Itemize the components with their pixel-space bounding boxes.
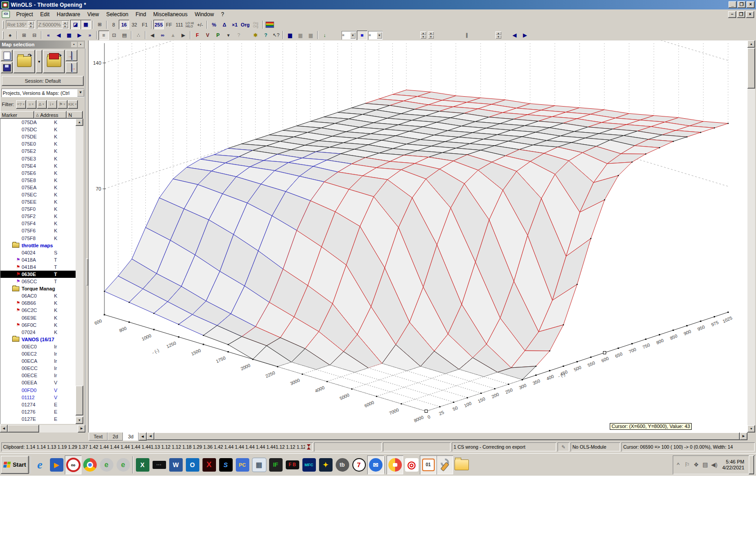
map-row[interactable]: ⚑0418AT <box>0 256 76 263</box>
tab-3d[interactable]: 3d <box>123 433 138 441</box>
taskbar-icon-chrome[interactable] <box>81 455 98 474</box>
tray-network-icon[interactable]: ▤ <box>701 461 710 468</box>
map-row[interactable]: 075F6K <box>0 227 76 234</box>
taskbar-icon-media-player[interactable]: ▶ <box>48 455 65 474</box>
scroll-thumb[interactable] <box>747 48 755 89</box>
close-button[interactable]: × <box>747 1 755 8</box>
map-row[interactable]: 075DEK <box>0 133 76 140</box>
scroll-down-icon[interactable]: ▼ <box>747 425 755 433</box>
import-file-button[interactable]: ↷ <box>43 50 65 73</box>
column-header-marker[interactable]: Marker <box>0 111 34 119</box>
menu-?[interactable]: ? <box>217 10 228 19</box>
map-row[interactable]: 075E6K <box>0 169 76 177</box>
new-window-button[interactable]: ⊞ <box>19 31 29 40</box>
map-row[interactable]: 075DCK <box>0 126 76 133</box>
map-row[interactable]: 00ECEIr <box>0 372 76 379</box>
scroll-thumb[interactable] <box>76 386 83 415</box>
lohi-button[interactable]: LO HI HILO <box>184 20 195 29</box>
value-ff-button[interactable]: FF <box>164 20 174 29</box>
column-header-address[interactable]: △ Address <box>34 111 67 119</box>
list-horizontal-scrollbar[interactable]: ◀ ▶ <box>0 425 86 433</box>
scroll-thumb[interactable] <box>154 433 740 440</box>
family-button[interactable]: F <box>192 31 202 40</box>
taskbar-icon-eprom-chip[interactable]: ▪▪▪ <box>151 455 167 474</box>
map-row[interactable]: ⚑06B66K <box>0 299 76 307</box>
taskbar-icon-excel[interactable]: X <box>134 455 151 474</box>
panel-splitter[interactable] <box>86 40 89 433</box>
map-row[interactable]: 075DAK <box>0 119 76 126</box>
taskbar-icon-explorer[interactable] <box>453 455 470 474</box>
width-32-button[interactable]: 32 <box>129 20 140 29</box>
taskbar-icon-ie[interactable]: e <box>32 455 48 474</box>
help-button[interactable]: ? <box>261 31 271 40</box>
tab-text[interactable]: Text <box>89 433 108 441</box>
rotation-stepper[interactable]: ▲▼ <box>28 21 34 28</box>
upload-button[interactable]: ▲ <box>168 31 178 40</box>
axis-display-combo[interactable]: ≡▼ <box>342 31 356 40</box>
row-height-spin[interactable]: ▲▼ <box>420 31 426 39</box>
map-row[interactable]: 00ECCIr <box>0 365 76 372</box>
grid-button[interactable]: ⊞ <box>94 20 105 29</box>
taskbar-clock[interactable]: 5:46 PM 4/22/2021 <box>719 459 748 471</box>
open-project-button[interactable]: ↷ <box>14 50 35 73</box>
scroll-left-icon[interactable]: ◀ <box>0 425 8 433</box>
width-8-button[interactable]: 8 <box>108 20 119 29</box>
value-step-spin[interactable]: ▲▼ <box>495 31 501 39</box>
map-row[interactable]: 01280E <box>0 423 76 424</box>
taskbar-icon-thunderbird[interactable]: ✉ <box>367 455 384 474</box>
chart-vertical-scrollbar[interactable]: ▲ ▼ <box>747 40 755 433</box>
wizard-button[interactable]: ♠ <box>5 31 15 40</box>
panel-close-button[interactable]: ▪ <box>78 42 84 47</box>
menu-miscellaneous[interactable]: Miscellaneous <box>150 10 191 19</box>
scroll-thumb[interactable] <box>8 425 39 433</box>
col-width-spin[interactable]: ▲▼ <box>428 31 434 39</box>
taskbar-icon-pc-app[interactable]: PC <box>234 455 251 474</box>
mdi-minimize-button[interactable]: – <box>728 11 736 18</box>
zoom-selection-button[interactable]: ⊡ <box>109 31 119 40</box>
tab-scroll-left-button[interactable]: ◀ <box>139 433 147 441</box>
help-disabled-button[interactable]: ? <box>234 31 244 40</box>
insert-map-button[interactable]: ✱ <box>250 31 261 40</box>
import-map-button[interactable]: → <box>66 50 77 61</box>
search-binoculars-button[interactable]: ∞ <box>158 31 168 40</box>
page-prev-button[interactable]: ◀ <box>509 31 520 40</box>
column-header-n[interactable]: N <box>67 111 83 119</box>
filter-list-button[interactable]: ≡▼ <box>27 100 36 109</box>
series-display-combo[interactable]: ≡▼ <box>368 31 382 40</box>
map-row[interactable]: 00EEAV <box>0 379 76 386</box>
view-3d-button[interactable]: ◪ <box>70 20 81 29</box>
percent-button[interactable]: % <box>209 20 219 29</box>
list-vertical-scrollbar[interactable]: ▲ ▼ <box>76 119 83 424</box>
map-row[interactable]: ⚑06C2CK <box>0 307 76 314</box>
value-111-button[interactable]: 111 <box>174 20 184 29</box>
project-button[interactable]: P <box>213 31 223 40</box>
show-desktop-button[interactable] <box>749 455 754 474</box>
tray-chevron-icon[interactable]: ^ <box>674 461 683 468</box>
map-row[interactable]: 075F8K <box>0 235 76 242</box>
zoom-stepper[interactable]: ▲▼ <box>62 21 68 28</box>
diff-next-button[interactable]: ▶ <box>178 31 189 40</box>
family-drop-button[interactable]: ▾ <box>223 31 234 40</box>
tile-window-button[interactable]: ⊟ <box>29 31 40 40</box>
toolbar-grip[interactable] <box>2 21 4 29</box>
export-map-button[interactable]: ↓ <box>320 31 330 40</box>
splitter-grip[interactable] <box>86 259 88 285</box>
map-preview-button[interactable]: ▤ <box>119 31 130 40</box>
taskbar-icon-if-app[interactable]: IF <box>267 455 284 474</box>
map-3d-view[interactable]: 7014060080010001250150017502000225030004… <box>89 40 747 433</box>
filter-kk-button[interactable]: KK▼ <box>68 100 78 109</box>
open-project-drop-button[interactable]: ▼ <box>36 50 42 73</box>
map-folder-row[interactable]: Torque Manag <box>0 285 76 292</box>
overview-button[interactable]: ▦ <box>64 31 74 40</box>
menu-window[interactable]: Window <box>191 10 218 19</box>
nav-next-button[interactable]: ▶ <box>74 31 85 40</box>
start-button[interactable]: Start <box>1 456 29 474</box>
surface-plot[interactable]: 7014060080010001250150017502000225030004… <box>89 40 747 433</box>
session-button[interactable]: Session: Default <box>2 76 84 86</box>
scroll-up-icon[interactable]: ▲ <box>747 40 755 48</box>
map-folder-row[interactable]: VANOS (16/17 <box>0 336 76 343</box>
width-16-button[interactable]: 16 <box>119 20 129 29</box>
taskbar-icon-security-target[interactable]: ◎ <box>403 455 420 474</box>
tree-view-button[interactable]: ≡ <box>99 31 109 40</box>
filter-equals-button[interactable]: =?▼ <box>16 100 26 109</box>
